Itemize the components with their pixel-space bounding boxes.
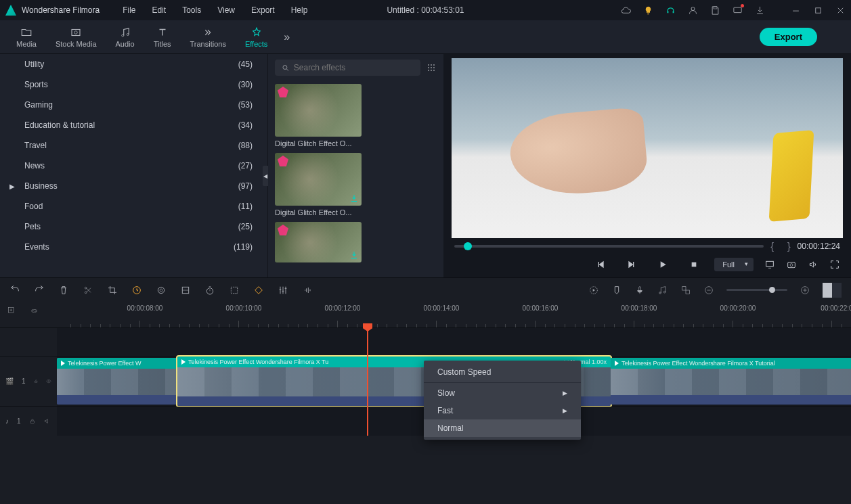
render-icon[interactable] bbox=[588, 285, 599, 296]
video-clip[interactable]: Telekinesis Power Effect Wondershare Fil… bbox=[611, 358, 851, 405]
duration-icon[interactable] bbox=[204, 285, 215, 296]
tab-effects[interactable]: Effects bbox=[236, 24, 277, 51]
next-frame-icon[interactable] bbox=[626, 259, 637, 270]
more-tabs-icon[interactable]: » bbox=[284, 31, 290, 43]
category-item[interactable]: Gaming(53) bbox=[0, 95, 267, 115]
search-icon bbox=[282, 64, 290, 72]
effect-item[interactable]: Digital Glitch Effect O... bbox=[275, 84, 437, 147]
ctx-fast[interactable]: Fast▶ bbox=[424, 402, 581, 419]
tab-transitions[interactable]: Transitions bbox=[181, 24, 236, 51]
menu-help[interactable]: Help bbox=[284, 3, 315, 18]
category-item[interactable]: News(27) bbox=[0, 156, 267, 176]
export-button[interactable]: Export bbox=[760, 28, 817, 46]
redo-icon[interactable] bbox=[34, 285, 45, 296]
mark-out-icon[interactable]: } bbox=[787, 241, 791, 252]
download-effect-icon[interactable] bbox=[349, 250, 359, 260]
undo-icon[interactable] bbox=[9, 285, 20, 296]
record-voice-icon[interactable] bbox=[634, 285, 645, 296]
ctx-normal[interactable]: Normal bbox=[424, 419, 581, 437]
svg-point-40 bbox=[48, 381, 49, 382]
keyframe-icon[interactable] bbox=[253, 285, 264, 296]
timeline-ruler[interactable]: 00:00:08:0000:00:10:0000:00:12:0000:00:1… bbox=[57, 302, 851, 327]
split-icon[interactable] bbox=[83, 285, 93, 296]
marker-add-icon[interactable] bbox=[611, 285, 622, 296]
stop-icon[interactable] bbox=[689, 259, 699, 270]
fullscreen-icon[interactable] bbox=[829, 259, 840, 270]
svg-point-13 bbox=[431, 67, 432, 68]
account-icon[interactable] bbox=[688, 5, 698, 16]
audio-mixer-icon[interactable] bbox=[657, 285, 668, 296]
effect-item[interactable] bbox=[275, 222, 437, 262]
zoom-in-icon[interactable] bbox=[800, 285, 810, 296]
crop-icon[interactable] bbox=[107, 285, 118, 296]
mute-icon[interactable] bbox=[43, 417, 51, 426]
cloud-icon[interactable] bbox=[621, 5, 631, 16]
zoom-out-icon[interactable] bbox=[703, 285, 714, 296]
delete-icon[interactable] bbox=[58, 285, 69, 296]
playback-quality-select[interactable]: Full bbox=[714, 258, 754, 271]
snapshot-icon[interactable] bbox=[786, 259, 797, 270]
message-icon[interactable] bbox=[733, 5, 743, 16]
lightbulb-icon[interactable] bbox=[643, 5, 653, 16]
window-maximize-icon[interactable] bbox=[813, 5, 823, 16]
save-icon[interactable] bbox=[710, 5, 720, 16]
category-item[interactable]: Travel(88) bbox=[0, 135, 267, 156]
menu-file[interactable]: File bbox=[116, 3, 142, 18]
audio-sync-icon[interactable] bbox=[302, 285, 313, 296]
tab-stock-media[interactable]: Stock Media bbox=[46, 24, 106, 51]
preview-scrubber[interactable] bbox=[454, 245, 764, 248]
menu-view[interactable]: View bbox=[211, 3, 242, 18]
detach-icon[interactable] bbox=[229, 285, 240, 296]
view-grid-icon[interactable] bbox=[426, 62, 437, 73]
category-item[interactable]: Food(11) bbox=[0, 196, 267, 216]
menu-edit[interactable]: Edit bbox=[146, 3, 173, 18]
ctx-slow[interactable]: Slow▶ bbox=[424, 384, 581, 402]
effect-item[interactable]: Digital Glitch Effect O... bbox=[275, 153, 437, 216]
video-clip[interactable]: Telekinesis Power Effect W bbox=[57, 358, 177, 405]
mixer-icon[interactable] bbox=[278, 285, 288, 296]
category-item[interactable]: Utility(45) bbox=[0, 54, 267, 74]
zoom-slider[interactable] bbox=[726, 289, 787, 291]
download-icon[interactable] bbox=[755, 5, 765, 16]
color-icon[interactable] bbox=[156, 285, 167, 296]
premium-gem-icon bbox=[278, 225, 288, 235]
category-item[interactable]: Pets(25) bbox=[0, 216, 267, 237]
svg-rect-3 bbox=[816, 7, 821, 13]
green-screen-icon[interactable] bbox=[180, 285, 191, 296]
preview-video[interactable] bbox=[452, 58, 843, 238]
lock-icon[interactable] bbox=[34, 377, 39, 385]
display-icon[interactable] bbox=[764, 259, 775, 270]
playhead[interactable] bbox=[367, 327, 368, 436]
speed-icon[interactable] bbox=[131, 285, 142, 296]
headphones-icon[interactable] bbox=[665, 5, 676, 16]
track-size-toggle[interactable] bbox=[823, 283, 842, 298]
tab-media[interactable]: Media bbox=[7, 24, 46, 51]
svg-point-9 bbox=[428, 64, 429, 66]
download-effect-icon[interactable] bbox=[349, 193, 359, 203]
ctx-custom-speed[interactable]: Custom Speed bbox=[424, 363, 581, 381]
window-close-icon[interactable] bbox=[835, 5, 846, 16]
category-item[interactable]: Education & tutorial(34) bbox=[0, 115, 267, 135]
tab-audio[interactable]: Audio bbox=[106, 24, 144, 51]
tab-titles[interactable]: Titles bbox=[144, 24, 181, 51]
play-icon[interactable] bbox=[657, 259, 668, 270]
mark-in-icon[interactable]: { bbox=[770, 241, 774, 252]
lock-icon[interactable] bbox=[29, 417, 36, 425]
category-item[interactable]: Sports(30) bbox=[0, 74, 267, 95]
group-icon[interactable] bbox=[680, 285, 691, 296]
prev-frame-icon[interactable] bbox=[595, 259, 606, 270]
link-tracks-icon[interactable] bbox=[29, 306, 39, 316]
menu-tools[interactable]: Tools bbox=[175, 3, 208, 18]
ruler-label: 00:00:12:00 bbox=[325, 304, 361, 312]
volume-icon[interactable] bbox=[808, 259, 819, 270]
search-input[interactable] bbox=[294, 63, 414, 72]
category-item[interactable]: Events(119) bbox=[0, 237, 267, 257]
ruler-label: 00:00:22:0 bbox=[821, 304, 851, 312]
window-minimize-icon[interactable] bbox=[791, 5, 801, 16]
menu-export[interactable]: Export bbox=[244, 3, 282, 18]
ruler-label: 00:00:08:00 bbox=[127, 304, 163, 312]
category-item[interactable]: ▶Business(97) bbox=[0, 176, 267, 196]
visibility-icon[interactable] bbox=[46, 377, 51, 386]
panel-collapse-handle[interactable]: ◀ bbox=[263, 166, 268, 186]
add-track-icon[interactable] bbox=[7, 306, 17, 316]
